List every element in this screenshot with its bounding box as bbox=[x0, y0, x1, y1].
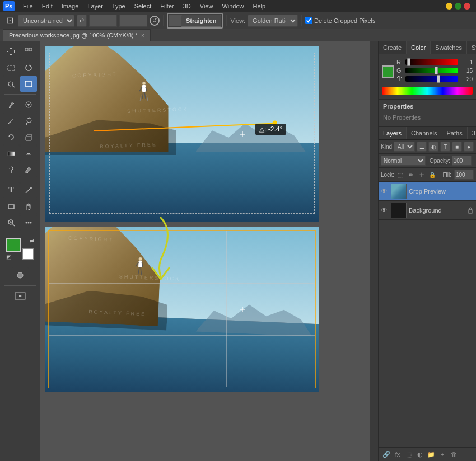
menu-3d[interactable]: 3D bbox=[179, 2, 195, 11]
svg-line-30 bbox=[136, 262, 138, 266]
layers-panel-tabs: Layers Channels Paths 3 bbox=[379, 127, 476, 140]
b-thumb[interactable] bbox=[437, 75, 440, 83]
layer-new-btn[interactable]: + bbox=[438, 450, 447, 459]
rectangular-marquee-btn[interactable] bbox=[3, 60, 20, 76]
height-input[interactable] bbox=[119, 15, 147, 27]
tab-swatches[interactable]: Swatches bbox=[431, 41, 467, 54]
delete-cropped-label[interactable]: Delete Cropped Pixels bbox=[305, 17, 375, 24]
fg-color-swatch[interactable] bbox=[382, 65, 394, 78]
dodge-btn[interactable] bbox=[3, 162, 20, 177]
menu-file[interactable]: File bbox=[19, 2, 37, 11]
hand-btn[interactable] bbox=[20, 199, 37, 214]
fill-input[interactable] bbox=[454, 170, 474, 180]
opacity-input[interactable] bbox=[452, 156, 472, 166]
b-slider[interactable] bbox=[405, 76, 458, 82]
tab-create[interactable]: Create bbox=[379, 41, 407, 54]
crop-btn[interactable] bbox=[20, 76, 37, 92]
layer-kind-select[interactable]: All bbox=[394, 142, 415, 152]
artboard-tool-btn[interactable] bbox=[20, 44, 37, 59]
layer-eye-1[interactable]: 👁 bbox=[381, 187, 389, 195]
screen-mode-btn[interactable] bbox=[7, 288, 33, 304]
layer-item-background[interactable]: 👁 Background bbox=[379, 201, 476, 220]
lasso-btn[interactable] bbox=[20, 60, 37, 76]
close-button[interactable] bbox=[464, 3, 470, 10]
tab-layers[interactable]: Layers bbox=[379, 127, 407, 139]
brush-btn[interactable] bbox=[3, 113, 20, 129]
menu-help[interactable]: Help bbox=[249, 2, 270, 11]
g-slider[interactable] bbox=[405, 68, 458, 73]
document-tab[interactable]: Precarious workspace.jpg @ 100% (CMYK/8)… bbox=[3, 29, 151, 41]
eraser-btn[interactable] bbox=[20, 129, 37, 145]
layer-delete-btn[interactable]: 🗑 bbox=[449, 450, 458, 459]
fg-swatch-row: R 1 G 15 bbox=[382, 59, 473, 84]
tab-close-btn[interactable]: × bbox=[141, 32, 144, 39]
r-slider[interactable] bbox=[405, 59, 458, 65]
quick-mask-btn[interactable] bbox=[12, 267, 29, 283]
lock-transparent-btn[interactable]: ⬚ bbox=[396, 170, 405, 179]
straighten-button[interactable]: Straighten bbox=[181, 15, 221, 27]
view-options-select[interactable]: Golden Ratio bbox=[248, 15, 298, 27]
options-toolbar: ⊡ Unconstrained ⇄ ↺ ⚊ Straighten View: G… bbox=[0, 12, 476, 29]
path-selection-btn[interactable] bbox=[20, 182, 37, 198]
minimize-button[interactable] bbox=[446, 3, 452, 10]
blur-btn[interactable] bbox=[20, 145, 37, 161]
type-btn[interactable]: T bbox=[3, 182, 20, 198]
tab-3d[interactable]: 3 bbox=[468, 127, 476, 139]
menu-image[interactable]: Image bbox=[58, 2, 83, 11]
menu-filter[interactable]: Filter bbox=[156, 2, 178, 11]
extra-tool-btn[interactable] bbox=[20, 215, 37, 230]
spot-healing-btn[interactable] bbox=[20, 97, 37, 112]
layer-filter-type-btn[interactable]: T bbox=[440, 142, 450, 152]
tab-channels[interactable]: Channels bbox=[407, 127, 442, 139]
layer-eye-2[interactable]: 👁 bbox=[381, 206, 389, 214]
reset-button[interactable]: ↺ bbox=[150, 16, 160, 26]
blend-mode-select[interactable]: Normal bbox=[381, 156, 426, 166]
clone-stamp-btn[interactable] bbox=[20, 113, 37, 129]
width-input[interactable] bbox=[89, 15, 117, 27]
tab-color[interactable]: Color bbox=[407, 41, 431, 54]
tab-paths[interactable]: Paths bbox=[442, 127, 468, 139]
lock-paint-btn[interactable]: ✏ bbox=[407, 170, 416, 179]
layer-filter-pixel-btn[interactable]: ☰ bbox=[417, 142, 427, 152]
lock-all-btn[interactable]: 🔒 bbox=[428, 170, 437, 179]
delete-cropped-checkbox[interactable] bbox=[305, 17, 312, 24]
color-spectrum[interactable] bbox=[382, 87, 473, 95]
tab-style[interactable]: Sty bbox=[467, 41, 476, 54]
layer-link-btn[interactable]: 🔗 bbox=[382, 450, 391, 459]
layer-filter-toggle[interactable]: ● bbox=[464, 142, 474, 152]
maximize-button[interactable] bbox=[455, 3, 461, 10]
svg-line-32 bbox=[138, 267, 139, 274]
menu-window[interactable]: Window bbox=[218, 2, 248, 11]
layer-mask-btn[interactable]: ⬚ bbox=[404, 450, 413, 459]
menu-view[interactable]: View bbox=[196, 2, 217, 11]
layer-filter-adj-btn[interactable]: ◐ bbox=[428, 142, 438, 152]
move-tool-btn[interactable] bbox=[3, 44, 20, 59]
layer-adj-btn[interactable]: ◐ bbox=[416, 450, 424, 459]
layer-group-btn[interactable]: 📁 bbox=[427, 450, 436, 459]
zoom-btn[interactable] bbox=[3, 215, 20, 230]
foreground-color[interactable] bbox=[6, 238, 21, 252]
eyedropper-btn[interactable] bbox=[3, 97, 20, 112]
menu-type[interactable]: Type bbox=[108, 2, 129, 11]
pen-btn[interactable] bbox=[20, 162, 37, 177]
menu-layer[interactable]: Layer bbox=[83, 2, 107, 11]
r-thumb[interactable] bbox=[407, 58, 410, 66]
svg-line-23 bbox=[146, 87, 147, 91]
menu-select[interactable]: Select bbox=[130, 2, 156, 11]
crop-constraint-select[interactable]: Unconstrained bbox=[18, 15, 74, 27]
canvas-scrollbar[interactable] bbox=[370, 41, 378, 461]
layer-filter-shape-btn[interactable]: ■ bbox=[452, 142, 462, 152]
menu-edit[interactable]: Edit bbox=[38, 2, 57, 11]
swap-colors-btn[interactable]: ⇄ bbox=[30, 238, 34, 244]
history-brush-btn[interactable] bbox=[3, 129, 20, 145]
rectangle-shape-btn[interactable] bbox=[3, 199, 20, 214]
lock-position-btn[interactable]: ✛ bbox=[417, 170, 426, 179]
g-thumb[interactable] bbox=[435, 67, 438, 74]
background-color[interactable] bbox=[22, 248, 34, 260]
quick-selection-btn[interactable] bbox=[3, 76, 20, 92]
layer-item-crop-preview[interactable]: 👁 Crop Preview bbox=[379, 182, 476, 201]
default-colors-btn[interactable]: ◩ bbox=[6, 254, 11, 260]
swap-dimensions-btn[interactable]: ⇄ bbox=[77, 15, 87, 27]
layer-fx-btn[interactable]: fx bbox=[393, 450, 402, 459]
gradient-btn[interactable] bbox=[3, 145, 20, 161]
